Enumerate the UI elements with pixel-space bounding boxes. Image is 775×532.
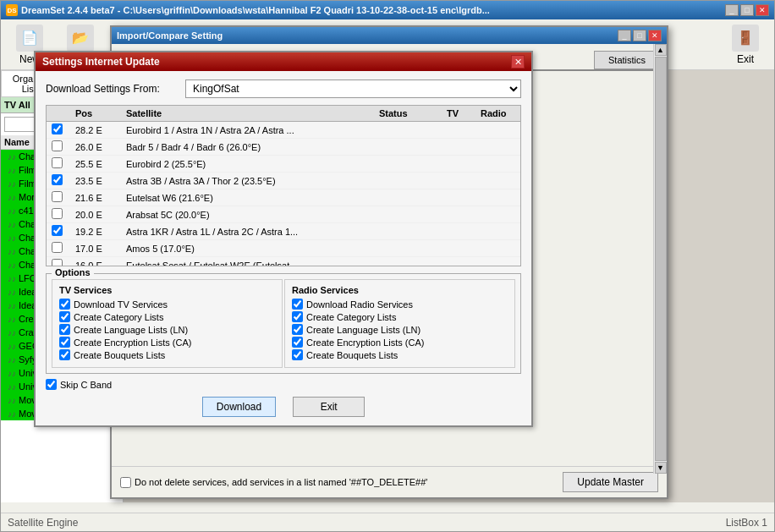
new-icon: 📄 bbox=[16, 25, 43, 52]
sat-pos: 19.2 E bbox=[74, 226, 124, 238]
import-maximize-btn[interactable]: □ bbox=[633, 30, 646, 41]
sat-name: Eutelsat W6 (21.6°E) bbox=[124, 192, 377, 204]
app-title: DreamSet 2.4.4 beta7 - C:\Users\griffin\… bbox=[21, 5, 490, 15]
sat-name: Astra 1KR / Astra 1L / Astra 2C / Astra … bbox=[124, 226, 377, 238]
radio-option-item: Create Language Lists (LN) bbox=[292, 324, 508, 335]
sat-radio bbox=[479, 163, 517, 165]
status-text: Satellite Engine bbox=[8, 517, 78, 529]
sat-checkbox[interactable] bbox=[52, 123, 63, 134]
inner-close-button[interactable]: ✕ bbox=[511, 55, 525, 69]
satellite-row: 25.5 E Eurobird 2 (25.5°E) bbox=[47, 156, 520, 173]
sat-checkbox[interactable] bbox=[52, 174, 63, 185]
download-from-select[interactable]: KingOfSat bbox=[185, 80, 521, 98]
satellite-table-container: Pos Satellite Status TV Radio 28.2 E Eur… bbox=[46, 105, 521, 266]
exit-icon: 🚪 bbox=[732, 25, 759, 52]
maximize-button[interactable]: □ bbox=[740, 4, 754, 16]
tv-option-checkbox[interactable] bbox=[59, 349, 70, 360]
inner-dialog-title-bar: Settings Internet Update ✕ bbox=[36, 52, 531, 71]
radio-option-checkbox[interactable] bbox=[292, 324, 303, 335]
tv-services-title: TV Services bbox=[59, 285, 275, 295]
sat-tv bbox=[445, 248, 479, 250]
options-section: Options TV Services Download TV Services… bbox=[46, 273, 521, 374]
tv-option-checkbox[interactable] bbox=[59, 324, 70, 335]
col-status-header: Status bbox=[377, 107, 445, 119]
skip-c-band-label: Skip C Band bbox=[60, 380, 112, 390]
sat-tv bbox=[445, 265, 479, 266]
sat-checkbox[interactable] bbox=[52, 225, 63, 236]
sat-tv bbox=[445, 129, 479, 131]
sat-status bbox=[377, 248, 445, 250]
sat-status bbox=[377, 180, 445, 182]
radio-option-item: Create Encryption Lists (CA) bbox=[292, 337, 508, 348]
tv-option-checkbox[interactable] bbox=[59, 337, 70, 348]
skip-c-band-row: Skip C Band bbox=[46, 379, 521, 390]
import-dialog-controls: _ □ ✕ bbox=[618, 30, 662, 41]
sidebar-tv-all-label: TV All bbox=[4, 100, 30, 110]
radio-option-label: Download Radio Services bbox=[306, 299, 413, 310]
listbox-label: ListBox 1 bbox=[726, 517, 767, 529]
radio-option-checkbox[interactable] bbox=[292, 349, 303, 360]
satellite-row: 17.0 E Amos 5 (17.0°E) bbox=[47, 240, 520, 257]
options-grid: TV Services Download TV ServicesCreate C… bbox=[52, 279, 515, 368]
sat-checkbox[interactable] bbox=[52, 140, 63, 151]
sat-name: Eurobird 2 (25.5°E) bbox=[124, 158, 377, 170]
sat-radio bbox=[479, 214, 517, 216]
satellite-row: 26.0 E Badr 5 / Badr 4 / Badr 6 (26.0°E) bbox=[47, 139, 520, 156]
no-delete-row: Do not delete services, add services in … bbox=[120, 477, 427, 488]
sat-status bbox=[377, 146, 445, 148]
sat-checkbox[interactable] bbox=[52, 157, 63, 168]
tv-option-label: Create Category Lists bbox=[74, 312, 163, 322]
import-close-btn[interactable]: ✕ bbox=[648, 30, 662, 41]
exit-inner-button[interactable]: Exit bbox=[293, 397, 365, 417]
tv-option-item: Create Category Lists bbox=[59, 311, 275, 322]
tv-option-item: Create Bouquets Lists bbox=[59, 349, 275, 360]
scroll-thumb[interactable] bbox=[655, 57, 667, 461]
sat-tv bbox=[445, 180, 479, 182]
radio-option-item: Download Radio Services bbox=[292, 299, 508, 310]
sat-checkbox[interactable] bbox=[52, 191, 63, 202]
sat-checkbox[interactable] bbox=[52, 259, 63, 266]
sat-name: Eutelsat Sesat / Eutelsat W2E (Eutelsat … bbox=[124, 260, 377, 266]
radio-option-checkbox[interactable] bbox=[292, 311, 303, 322]
minimize-button[interactable]: _ bbox=[725, 4, 739, 16]
sat-status bbox=[377, 163, 445, 165]
close-button[interactable]: ✕ bbox=[756, 4, 769, 16]
sat-checkbox[interactable] bbox=[52, 208, 63, 219]
tab-statistics[interactable]: Statistics bbox=[594, 51, 660, 69]
col-tv-header: TV bbox=[445, 107, 479, 119]
inner-dialog-buttons: Download Exit bbox=[46, 397, 521, 417]
dialog-scrollbar: ▲ ▼ bbox=[653, 44, 667, 474]
sat-name: Amos 5 (17.0°E) bbox=[124, 243, 377, 255]
tv-option-item: Download TV Services bbox=[59, 299, 275, 310]
scroll-down-btn[interactable]: ▼ bbox=[655, 462, 667, 474]
radio-option-label: Create Encryption Lists (CA) bbox=[306, 337, 424, 348]
settings-internet-update-dialog: Settings Internet Update ✕ Download Sett… bbox=[34, 51, 533, 427]
tv-option-checkbox[interactable] bbox=[59, 311, 70, 322]
radio-option-checkbox[interactable] bbox=[292, 337, 303, 348]
sat-checkbox[interactable] bbox=[52, 242, 63, 253]
skip-c-band-checkbox[interactable] bbox=[46, 379, 57, 390]
tv-option-label: Create Encryption Lists (CA) bbox=[74, 337, 191, 348]
inner-dialog-content: Download Settings From: KingOfSat Pos Sa… bbox=[36, 71, 531, 425]
sat-name: Astra 3B / Astra 3A / Thor 2 (23.5°E) bbox=[124, 175, 377, 187]
radio-options-list: Download Radio ServicesCreate Category L… bbox=[292, 299, 508, 360]
window-controls: _ □ ✕ bbox=[725, 4, 769, 16]
sat-radio bbox=[479, 129, 517, 131]
download-button[interactable]: Download bbox=[202, 397, 276, 417]
app-icon: DS bbox=[6, 4, 18, 16]
sat-pos: 26.0 E bbox=[74, 141, 124, 153]
radio-option-label: Create Language Lists (LN) bbox=[306, 325, 420, 335]
tv-services-col: TV Services Download TV ServicesCreate C… bbox=[52, 279, 283, 368]
import-minimize-btn[interactable]: _ bbox=[618, 30, 631, 41]
no-delete-checkbox[interactable] bbox=[120, 477, 131, 488]
exit-button[interactable]: 🚪 Exit bbox=[723, 21, 767, 69]
sat-tv bbox=[445, 231, 479, 233]
radio-services-col: Radio Services Download Radio ServicesCr… bbox=[284, 279, 515, 368]
update-master-button[interactable]: Update Master bbox=[563, 472, 658, 492]
download-from-select-wrapper: KingOfSat bbox=[185, 80, 521, 98]
import-dialog-title: Import/Compare Setting bbox=[117, 30, 223, 41]
sat-status bbox=[377, 231, 445, 233]
tv-option-checkbox[interactable] bbox=[59, 299, 70, 310]
radio-option-checkbox[interactable] bbox=[292, 299, 303, 310]
scroll-up-btn[interactable]: ▲ bbox=[655, 44, 667, 56]
